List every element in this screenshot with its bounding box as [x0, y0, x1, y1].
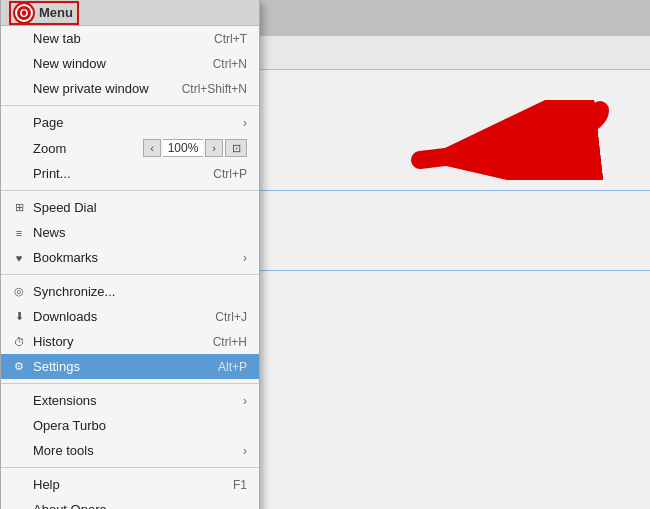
menu-item-extensions[interactable]: Extensions ›	[1, 388, 259, 413]
zoom-fullscreen-button[interactable]: ⊡	[225, 139, 247, 157]
sync-icon: ◎	[11, 284, 27, 300]
menu-item-opera-turbo[interactable]: Opera Turbo	[1, 413, 259, 438]
more-tools-arrow-icon: ›	[243, 444, 247, 458]
menu-item-help[interactable]: Help F1	[1, 472, 259, 497]
menu-item-bookmarks[interactable]: ♥ Bookmarks ›	[1, 245, 259, 270]
downloads-icon: ⬇	[11, 309, 27, 325]
menu-item-news[interactable]: ≡ News	[1, 220, 259, 245]
history-icon: ⏱	[11, 334, 27, 350]
speed-dial-icon: ⊞	[11, 200, 27, 216]
zoom-value-display: 100%	[163, 139, 203, 157]
menu-item-about[interactable]: About Opera	[1, 497, 259, 509]
menu-item-history[interactable]: ⏱ History Ctrl+H	[1, 329, 259, 354]
menu-item-new-tab[interactable]: New tab Ctrl+T	[1, 26, 259, 51]
menu-item-print[interactable]: Print... Ctrl+P	[1, 161, 259, 186]
menu-header-box: O Menu	[9, 1, 79, 25]
menu-item-page[interactable]: Page ›	[1, 110, 259, 135]
menu-item-more-tools[interactable]: More tools ›	[1, 438, 259, 463]
bookmarks-arrow-icon: ›	[243, 251, 247, 265]
zoom-controls: ‹ 100% › ⊡	[143, 139, 247, 157]
menu-separator-2	[1, 190, 259, 191]
opera-menu: O Menu New tab Ctrl+T New window Ctrl+N …	[0, 0, 260, 509]
menu-separator-4	[1, 383, 259, 384]
menu-item-zoom: Zoom ‹ 100% › ⊡	[1, 135, 259, 161]
menu-item-settings[interactable]: ⚙ Settings Alt+P	[1, 354, 259, 379]
menu-header: O Menu	[1, 0, 259, 26]
news-icon: ≡	[11, 225, 27, 241]
menu-separator-5	[1, 467, 259, 468]
menu-item-downloads[interactable]: ⬇ Downloads Ctrl+J	[1, 304, 259, 329]
menu-separator-1	[1, 105, 259, 106]
menu-item-synchronize[interactable]: ◎ Synchronize...	[1, 279, 259, 304]
menu-title: Menu	[39, 5, 73, 20]
settings-icon: ⚙	[11, 359, 27, 375]
menu-separator-3	[1, 274, 259, 275]
menu-item-speed-dial[interactable]: ⊞ Speed Dial	[1, 195, 259, 220]
menu-item-new-window[interactable]: New window Ctrl+N	[1, 51, 259, 76]
opera-logo: O	[15, 4, 33, 22]
zoom-increase-button[interactable]: ›	[205, 139, 223, 157]
extensions-arrow-icon: ›	[243, 394, 247, 408]
page-arrow-icon: ›	[243, 116, 247, 130]
menu-item-new-private[interactable]: New private window Ctrl+Shift+N	[1, 76, 259, 101]
bookmarks-icon: ♥	[11, 250, 27, 266]
browser-background: oogle.com/advanced_search O Menu New tab…	[0, 0, 650, 509]
zoom-decrease-button[interactable]: ‹	[143, 139, 161, 157]
